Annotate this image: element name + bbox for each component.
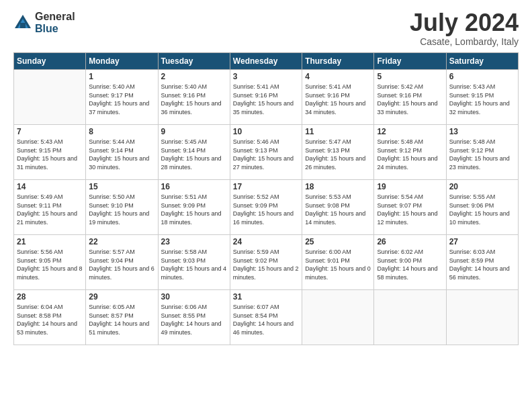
sunset-text: Sunset: 8:55 PM xyxy=(161,312,206,319)
day-info: Sunrise: 5:48 AM Sunset: 9:12 PM Dayligh… xyxy=(449,138,515,171)
day-info: Sunrise: 5:41 AM Sunset: 9:16 PM Dayligh… xyxy=(233,83,299,116)
day-number: 2 xyxy=(161,72,227,81)
daylight-text: Daylight: 15 hours and 27 minutes. xyxy=(233,155,294,171)
calendar-row-0: 1 Sunrise: 5:40 AM Sunset: 9:17 PM Dayli… xyxy=(14,70,519,125)
sunrise-text: Sunrise: 5:41 AM xyxy=(305,83,351,90)
sunset-text: Sunset: 9:15 PM xyxy=(449,92,494,99)
daylight-text: Daylight: 15 hours and 21 minutes. xyxy=(17,210,77,226)
day-number: 19 xyxy=(377,182,443,191)
calendar-cell: 18 Sunrise: 5:53 AM Sunset: 9:08 PM Dayl… xyxy=(302,180,374,235)
sunset-text: Sunset: 9:16 PM xyxy=(377,92,422,99)
sunset-text: Sunset: 9:12 PM xyxy=(449,147,494,154)
day-info: Sunrise: 6:07 AM Sunset: 8:54 PM Dayligh… xyxy=(233,303,299,336)
sunset-text: Sunset: 9:09 PM xyxy=(233,202,278,209)
svg-rect-2 xyxy=(20,23,26,28)
sunset-text: Sunset: 9:14 PM xyxy=(161,147,206,154)
month-title: July 2024 xyxy=(410,11,519,35)
sunrise-text: Sunrise: 5:56 AM xyxy=(17,248,63,255)
calendar-cell: 13 Sunrise: 5:48 AM Sunset: 9:12 PM Dayl… xyxy=(446,125,518,180)
sunset-text: Sunset: 9:13 PM xyxy=(305,147,350,154)
day-info: Sunrise: 5:51 AM Sunset: 9:09 PM Dayligh… xyxy=(161,193,227,226)
calendar-header-sunday: Sunday xyxy=(14,53,86,70)
calendar-header-monday: Monday xyxy=(86,53,158,70)
sunset-text: Sunset: 9:16 PM xyxy=(161,92,206,99)
sunrise-text: Sunrise: 6:05 AM xyxy=(89,304,135,310)
sunset-text: Sunset: 9:09 PM xyxy=(161,202,206,209)
calendar-cell: 9 Sunrise: 5:45 AM Sunset: 9:14 PM Dayli… xyxy=(158,125,230,180)
sunrise-text: Sunrise: 5:47 AM xyxy=(305,138,351,145)
calendar-table: SundayMondayTuesdayWednesdayThursdayFrid… xyxy=(13,52,519,345)
calendar-cell: 12 Sunrise: 5:48 AM Sunset: 9:12 PM Dayl… xyxy=(374,125,446,180)
sunrise-text: Sunrise: 6:07 AM xyxy=(233,304,279,310)
day-info: Sunrise: 5:55 AM Sunset: 9:06 PM Dayligh… xyxy=(449,193,515,226)
sunset-text: Sunset: 8:58 PM xyxy=(17,312,62,319)
sunset-text: Sunset: 9:11 PM xyxy=(17,202,62,209)
sunset-text: Sunset: 8:57 PM xyxy=(89,312,134,319)
day-number: 27 xyxy=(449,237,515,246)
day-number: 1 xyxy=(89,72,154,81)
daylight-text: Daylight: 14 hours and 58 minutes. xyxy=(377,265,437,281)
day-number: 4 xyxy=(305,72,371,81)
calendar-cell: 19 Sunrise: 5:54 AM Sunset: 9:07 PM Dayl… xyxy=(374,180,446,235)
day-info: Sunrise: 5:49 AM Sunset: 9:11 PM Dayligh… xyxy=(17,193,83,226)
daylight-text: Daylight: 15 hours and 23 minutes. xyxy=(449,155,510,171)
daylight-text: Daylight: 15 hours and 24 minutes. xyxy=(377,155,437,171)
day-number: 3 xyxy=(233,72,299,81)
daylight-text: Daylight: 14 hours and 46 minutes. xyxy=(233,320,294,336)
daylight-text: Daylight: 15 hours and 19 minutes. xyxy=(89,210,149,226)
sunrise-text: Sunrise: 5:48 AM xyxy=(449,138,496,145)
title-block: July 2024 Casate, Lombardy, Italy xyxy=(410,11,519,47)
logo-blue-text: Blue xyxy=(35,23,75,35)
day-info: Sunrise: 5:43 AM Sunset: 9:15 PM Dayligh… xyxy=(17,138,83,171)
day-number: 29 xyxy=(89,292,154,302)
sunset-text: Sunset: 9:04 PM xyxy=(89,257,134,264)
day-number: 22 xyxy=(89,237,154,246)
calendar-cell: 8 Sunrise: 5:44 AM Sunset: 9:14 PM Dayli… xyxy=(86,125,158,180)
daylight-text: Daylight: 15 hours and 14 minutes. xyxy=(305,210,365,226)
day-number: 7 xyxy=(17,127,83,136)
calendar-cell: 28 Sunrise: 6:04 AM Sunset: 8:58 PM Dayl… xyxy=(14,290,86,345)
day-info: Sunrise: 6:05 AM Sunset: 8:57 PM Dayligh… xyxy=(89,303,154,336)
day-info: Sunrise: 5:40 AM Sunset: 9:17 PM Dayligh… xyxy=(89,83,154,116)
sunrise-text: Sunrise: 5:59 AM xyxy=(233,248,279,255)
sunrise-text: Sunrise: 6:00 AM xyxy=(305,248,351,255)
day-info: Sunrise: 5:53 AM Sunset: 9:08 PM Dayligh… xyxy=(305,193,371,226)
day-info: Sunrise: 5:52 AM Sunset: 9:09 PM Dayligh… xyxy=(233,193,299,226)
day-number: 8 xyxy=(89,127,154,136)
calendar-cell: 7 Sunrise: 5:43 AM Sunset: 9:15 PM Dayli… xyxy=(14,125,86,180)
day-number: 17 xyxy=(233,182,299,191)
calendar-cell xyxy=(302,290,374,345)
calendar-row-1: 7 Sunrise: 5:43 AM Sunset: 9:15 PM Dayli… xyxy=(14,125,519,180)
day-number: 30 xyxy=(161,292,227,302)
sunrise-text: Sunrise: 5:55 AM xyxy=(449,193,496,200)
day-number: 26 xyxy=(377,237,443,246)
daylight-text: Daylight: 15 hours and 4 minutes. xyxy=(161,265,227,281)
sunrise-text: Sunrise: 6:04 AM xyxy=(17,304,63,310)
day-number: 11 xyxy=(305,127,371,136)
day-number: 23 xyxy=(161,237,227,246)
calendar-cell: 29 Sunrise: 6:05 AM Sunset: 8:57 PM Dayl… xyxy=(86,290,158,345)
day-info: Sunrise: 5:44 AM Sunset: 9:14 PM Dayligh… xyxy=(89,138,154,171)
day-number: 18 xyxy=(305,182,371,191)
sunrise-text: Sunrise: 5:44 AM xyxy=(89,138,135,145)
day-info: Sunrise: 5:45 AM Sunset: 9:14 PM Dayligh… xyxy=(161,138,227,171)
calendar-row-2: 14 Sunrise: 5:49 AM Sunset: 9:11 PM Dayl… xyxy=(14,180,519,235)
calendar-cell xyxy=(374,290,446,345)
day-info: Sunrise: 5:59 AM Sunset: 9:02 PM Dayligh… xyxy=(233,248,299,281)
calendar-cell: 5 Sunrise: 5:42 AM Sunset: 9:16 PM Dayli… xyxy=(374,70,446,125)
sunrise-text: Sunrise: 5:57 AM xyxy=(89,248,135,255)
calendar-cell: 15 Sunrise: 5:50 AM Sunset: 9:10 PM Dayl… xyxy=(86,180,158,235)
sunset-text: Sunset: 9:10 PM xyxy=(89,202,134,209)
daylight-text: Daylight: 15 hours and 31 minutes. xyxy=(17,155,77,171)
daylight-text: Daylight: 14 hours and 49 minutes. xyxy=(161,320,222,336)
day-number: 14 xyxy=(17,182,83,191)
sunset-text: Sunset: 9:05 PM xyxy=(17,257,62,264)
sunrise-text: Sunrise: 6:06 AM xyxy=(161,304,208,310)
sunrise-text: Sunrise: 5:51 AM xyxy=(161,193,208,200)
sunrise-text: Sunrise: 5:45 AM xyxy=(161,138,208,145)
day-number: 15 xyxy=(89,182,154,191)
day-info: Sunrise: 5:41 AM Sunset: 9:16 PM Dayligh… xyxy=(305,83,371,116)
logo-text: General Blue xyxy=(35,11,75,34)
sunset-text: Sunset: 9:15 PM xyxy=(17,147,62,154)
calendar-cell: 14 Sunrise: 5:49 AM Sunset: 9:11 PM Dayl… xyxy=(14,180,86,235)
